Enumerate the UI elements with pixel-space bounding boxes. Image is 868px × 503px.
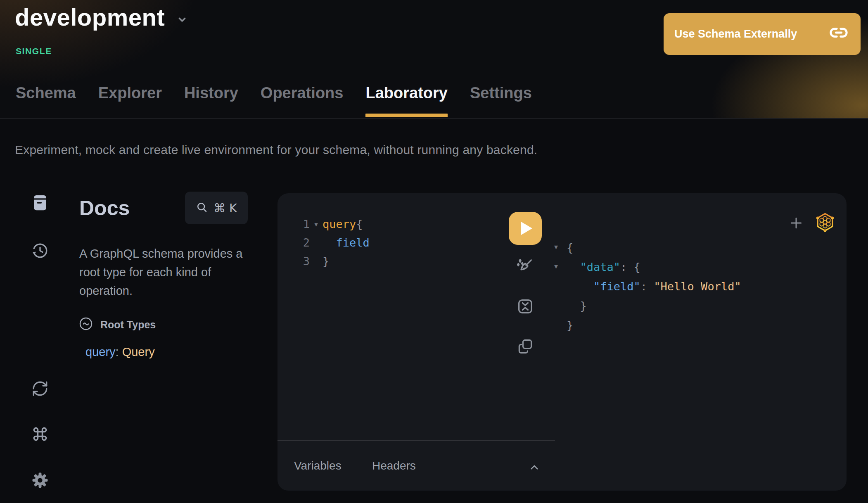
page-title: development [15, 3, 165, 31]
play-icon [521, 222, 532, 235]
root-types-icon [78, 316, 93, 333]
add-tab-button[interactable] [787, 214, 805, 232]
response-line: "field": "Hello World" [567, 277, 741, 296]
header: development SINGLE Use Schema Externally… [0, 0, 868, 119]
tab-schema[interactable]: Schema [16, 81, 76, 118]
fold-triangle-icon[interactable]: ▾ [554, 263, 558, 270]
query-editor[interactable]: 1▾query{ 2 field 3} [277, 215, 509, 270]
tab-bar: SchemaExplorerHistoryOperationsLaborator… [16, 81, 532, 118]
chevron-up-icon [528, 461, 541, 474]
copy-icon[interactable] [516, 337, 535, 356]
refresh-icon[interactable] [31, 379, 50, 398]
tab-variables[interactable]: Variables [294, 459, 342, 472]
search-icon [196, 201, 208, 215]
tab-laboratory[interactable]: Laboratory [365, 81, 447, 118]
panel-tools [787, 211, 836, 235]
execute-button[interactable] [509, 212, 542, 245]
graphql-hive-logo [814, 211, 836, 235]
fold-triangle-icon[interactable]: ▾ [554, 243, 558, 251]
status-badge: SINGLE [16, 46, 52, 56]
merge-fragments-icon[interactable] [516, 297, 535, 316]
editor-toolbar [509, 212, 542, 245]
root-type-name: query [85, 345, 116, 358]
search-button[interactable]: ⌘ K [185, 192, 248, 224]
tab-headers[interactable]: Headers [372, 459, 416, 472]
editor-tools-divider [277, 440, 555, 441]
operation-panel: 1▾query{ 2 field 3} [277, 193, 847, 491]
response-line: ▾ "data": { [567, 257, 741, 277]
code-line: 1▾query{ [277, 215, 509, 233]
response-line: } [567, 316, 741, 335]
response-line: } [567, 296, 741, 316]
rail-divider [65, 178, 65, 503]
response-viewer: ▾{ ▾ "data": { "field": "Hello World" } … [567, 238, 741, 335]
tab-history[interactable]: History [184, 81, 238, 118]
code-line: 3} [277, 252, 509, 270]
link-icon [829, 23, 848, 45]
docs-icon[interactable] [31, 193, 50, 212]
root-type-query[interactable]: query: Query [85, 345, 155, 359]
root-types-section: Root Types [78, 316, 156, 333]
laboratory-page: development SINGLE Use Schema Externally… [0, 0, 868, 503]
root-type-type: Query [122, 345, 155, 358]
page-description: Experiment, mock and create live environ… [15, 143, 537, 157]
code-line: 2 field [277, 233, 509, 252]
search-shortcut: ⌘ K [213, 201, 237, 215]
editor-bottom-tabs: Variables Headers [277, 453, 555, 482]
response-line: ▾{ [567, 238, 741, 257]
project-title-row: development [15, 3, 189, 31]
history-icon[interactable] [31, 241, 50, 260]
collapse-panel-button[interactable] [525, 458, 543, 477]
use-schema-label: Use Schema Externally [674, 28, 797, 40]
tab-operations[interactable]: Operations [261, 81, 344, 118]
use-schema-externally-button[interactable]: Use Schema Externally [664, 13, 861, 55]
docs-intro: A GraphQL schema provides a root type fo… [79, 244, 261, 300]
docs-title: Docs [79, 196, 130, 220]
fold-triangle-icon[interactable]: ▾ [310, 220, 323, 228]
prettify-icon[interactable] [516, 257, 535, 276]
settings-gear-icon[interactable] [31, 471, 50, 490]
tab-explorer[interactable]: Explorer [98, 81, 162, 118]
tab-settings[interactable]: Settings [470, 81, 532, 118]
command-shortcuts-icon[interactable] [31, 425, 50, 444]
chevron-down-icon[interactable] [175, 13, 189, 28]
root-types-label: Root Types [100, 319, 156, 331]
